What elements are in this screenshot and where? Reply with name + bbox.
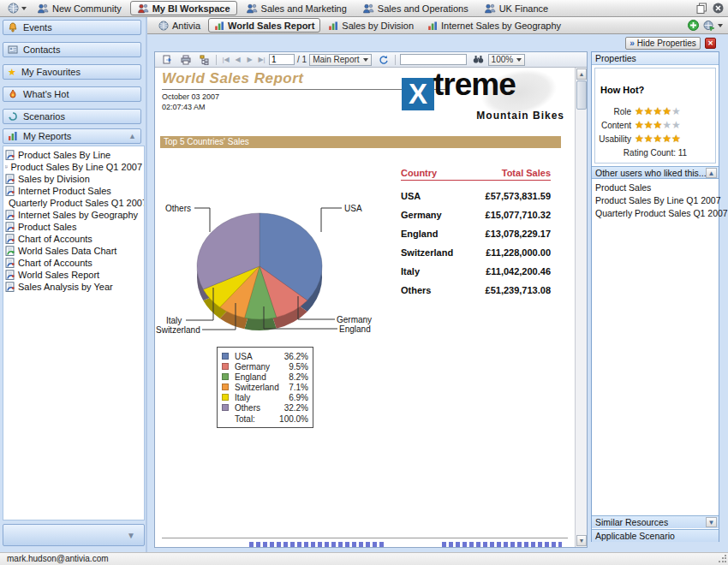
sidebar-collapsed-panel[interactable]: ▼ (3, 524, 145, 546)
workspace-tab[interactable]: Sales and Operations (355, 1, 475, 15)
workspace-tab[interactable]: New Community (30, 1, 128, 15)
sidebar-item-label: My Favourites (21, 67, 81, 77)
star-icon[interactable]: ★ (662, 134, 671, 144)
report-item-label: Chart of Accounts (18, 234, 92, 244)
report-list-item[interactable]: Sales by Division (5, 173, 142, 185)
group-tree-icon[interactable] (198, 53, 212, 67)
document-tab[interactable]: World Sales Report (208, 18, 320, 33)
workspace-tab-label: My BI Workspace (152, 3, 230, 14)
refresh-icon[interactable] (377, 53, 391, 67)
report-list-item[interactable]: Chart of Accounts (5, 257, 142, 269)
liked-list-header[interactable]: Other users who liked this... ▲ (592, 166, 719, 179)
collapse-up-icon[interactable]: ▲ (706, 168, 717, 178)
star-icon[interactable]: ★ (662, 106, 671, 116)
document-tab[interactable]: Antivia (152, 18, 206, 33)
legend-swatch (222, 353, 229, 360)
star-icon[interactable]: ★ (644, 120, 653, 130)
star-icon[interactable]: ★ (662, 120, 671, 130)
scroll-up-icon[interactable]: ▲ (576, 68, 587, 80)
report-list-item[interactable]: World Sales Data Chart (5, 245, 142, 257)
zoom-select[interactable]: 100% (488, 54, 526, 66)
bar-chart-icon (8, 131, 18, 141)
star-icon[interactable]: ★ (653, 120, 663, 130)
legend-swatch (222, 404, 229, 411)
prev-page-icon[interactable]: ◀ (233, 56, 242, 63)
star-icon[interactable]: ★ (671, 120, 681, 130)
report-list-item[interactable]: Internet Product Sales (5, 185, 142, 197)
first-page-icon[interactable]: |◀ (221, 56, 230, 63)
collapse-up-icon[interactable]: ▲ (128, 132, 136, 140)
document-tab[interactable]: Internet Sales by Geography (421, 18, 567, 33)
sidebar-item-contacts[interactable]: Contacts (3, 42, 141, 57)
report-list-item[interactable]: Quarterly Product Sales Q1 2007 (5, 197, 142, 209)
report-doc-icon (5, 258, 15, 268)
sidebar-item-my-favourites[interactable]: ★ My Favourites (3, 64, 141, 80)
report-list-item[interactable]: World Sales Report (5, 269, 142, 281)
liked-item[interactable]: Product Sales By Line Q1 2007 (592, 193, 719, 206)
sidebar-item-whats-hot[interactable]: What's Hot (3, 86, 141, 102)
report-list-item[interactable]: Internet Sales by Geography (5, 209, 142, 221)
add-tab-icon[interactable] (686, 19, 700, 33)
workspace-tab[interactable]: My BI Workspace (130, 1, 237, 15)
table-cell-total-sales: £51,239,713.08 (401, 285, 551, 295)
last-page-icon[interactable]: ▶| (257, 56, 266, 63)
expand-down-icon[interactable]: ▼ (706, 517, 717, 527)
star-icon[interactable]: ★ (653, 106, 663, 116)
star-icon[interactable]: ★ (671, 134, 681, 144)
star-icon[interactable]: ★ (635, 120, 644, 130)
sidebar-item-scenarios[interactable]: Scenarios (3, 109, 141, 124)
binoculars-search-icon[interactable] (472, 53, 486, 67)
report-list-item[interactable]: Product Sales (5, 221, 142, 233)
star-icon: ★ (8, 68, 16, 76)
close-properties-icon[interactable]: ✕ (705, 38, 716, 49)
legend-row: Others32.2% (222, 402, 308, 413)
table-cell-total-sales: £11,228,000.00 (401, 247, 551, 258)
liked-item[interactable]: Quarterly Product Sales Q1 2007 (592, 206, 719, 219)
legend-total-row: Total:100.0% (222, 413, 308, 425)
scrollbar-thumb[interactable] (576, 80, 587, 110)
report-item-label: World Sales Data Chart (18, 246, 116, 256)
page-number-input[interactable] (269, 54, 295, 65)
report-page: World Sales Report October 03 2007 02:07… (155, 68, 575, 547)
report-list-item[interactable]: Product Sales By Line Q1 2007 (5, 161, 142, 173)
liked-item[interactable]: Product Sales (592, 181, 719, 193)
resize-grip[interactable] (718, 555, 726, 563)
report-list-item[interactable]: Chart of Accounts (5, 233, 142, 245)
viewer-scrollbar[interactable]: ▲ ▼ (575, 68, 587, 547)
sidebar-item-my-reports[interactable]: My Reports ▲ (3, 128, 141, 144)
scroll-down-icon[interactable]: ▼ (576, 535, 587, 546)
open-options-caret[interactable] (718, 24, 723, 27)
legend-value: 7.1% (289, 383, 308, 392)
workspace-tab[interactable]: Sales and Marketing (239, 1, 354, 15)
hide-properties-button[interactable]: » Hide Properties (625, 37, 701, 50)
star-icon[interactable]: ★ (635, 134, 644, 144)
expand-down-icon[interactable]: ▼ (127, 531, 135, 540)
star-icon[interactable]: ★ (644, 106, 653, 116)
clipped-footer-link[interactable] (249, 542, 386, 547)
star-icon[interactable]: ★ (671, 106, 681, 116)
star-icon[interactable]: ★ (653, 134, 663, 144)
next-page-icon[interactable]: ▶ (245, 56, 254, 63)
star-icon[interactable]: ★ (635, 106, 644, 116)
report-list-item[interactable]: Sales Analysis by Year (5, 281, 142, 293)
similar-resources-section[interactable]: Similar Resources ▼ (592, 515, 719, 528)
search-input[interactable] (400, 54, 467, 65)
rating-label: Role (592, 107, 635, 116)
applicable-scenario-section[interactable]: Applicable Scenario (592, 529, 719, 542)
globe-menu-icon[interactable] (6, 2, 20, 15)
sidebar-item-label: Scenarios (23, 111, 65, 122)
print-icon[interactable] (179, 53, 193, 67)
view-select-value: Main Report (313, 55, 359, 64)
sidebar-item-events[interactable]: Events (3, 20, 141, 35)
view-select[interactable]: Main Report (309, 54, 371, 66)
close-workspace-icon[interactable] (711, 2, 725, 15)
clipped-footer-link[interactable] (442, 542, 562, 547)
workspace-menu-caret[interactable] (21, 7, 27, 10)
workspace-tab[interactable]: UK Finance (477, 1, 555, 15)
star-icon[interactable]: ★ (644, 134, 653, 144)
report-list-item[interactable]: Product Sales By Line (5, 149, 142, 161)
export-icon[interactable] (160, 53, 174, 67)
copy-pages-icon[interactable] (695, 2, 708, 15)
open-in-browser-icon[interactable] (702, 19, 716, 33)
document-tab[interactable]: Sales by Division (322, 18, 420, 33)
